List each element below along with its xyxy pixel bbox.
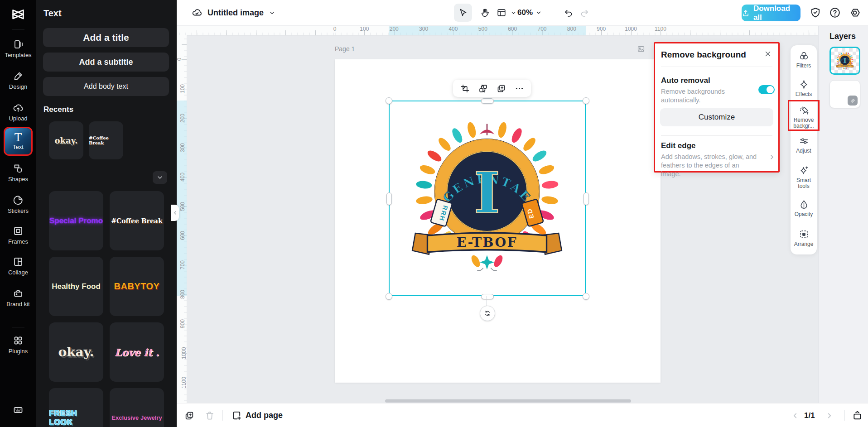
add-subtitle-button[interactable]: Add a subtitle bbox=[43, 53, 169, 72]
page-indicator: 1/1 bbox=[804, 411, 815, 420]
text-style-card[interactable]: okay. bbox=[49, 121, 83, 159]
ruler-number: 0 bbox=[333, 26, 337, 32]
keyboard-shortcuts-icon[interactable] bbox=[0, 404, 36, 415]
close-icon[interactable] bbox=[763, 49, 773, 59]
text-style-card[interactable]: FRESH LOOK bbox=[49, 388, 103, 427]
replace-button[interactable] bbox=[478, 84, 488, 93]
delete-page-button[interactable] bbox=[204, 410, 215, 421]
selection-handle-left[interactable] bbox=[386, 192, 392, 205]
tool-adjust[interactable]: Adjust bbox=[791, 136, 817, 154]
previous-page-button[interactable] bbox=[789, 410, 800, 421]
duplicate-page-button[interactable] bbox=[183, 410, 195, 421]
zoom-level-dropdown[interactable]: 60% bbox=[517, 4, 542, 22]
selection-handle-bottom-left[interactable] bbox=[386, 293, 392, 300]
text-style-card[interactable]: Special Promo bbox=[49, 191, 103, 250]
add-title-button[interactable]: Add a title bbox=[43, 28, 169, 47]
arrange-icon bbox=[799, 229, 809, 240]
bottom-bar-divider bbox=[222, 410, 223, 421]
collapse-recents-button[interactable] bbox=[153, 171, 167, 184]
ruler-number: 700 bbox=[538, 26, 547, 32]
ruler-number: 1100 bbox=[181, 377, 187, 389]
frames-icon bbox=[13, 225, 24, 236]
capcut-logo[interactable] bbox=[0, 6, 36, 22]
select-tool-button[interactable] bbox=[454, 4, 472, 22]
doc-title-chevron-icon[interactable] bbox=[269, 10, 275, 16]
text-style-card[interactable]: Healthy Food bbox=[49, 257, 103, 316]
sidebar-item-stickers[interactable]: Stickers bbox=[0, 195, 36, 214]
edit-edge-chevron-icon[interactable] bbox=[768, 154, 776, 161]
auto-removal-toggle[interactable] bbox=[758, 85, 775, 94]
document-title[interactable]: Untitled image bbox=[207, 8, 264, 18]
tool-effects[interactable]: Effects bbox=[791, 79, 817, 97]
tool-filters[interactable]: Filters bbox=[791, 51, 817, 69]
duplicate-button[interactable] bbox=[497, 84, 506, 93]
auto-removal-description: Remove backgrounds automatically. bbox=[661, 87, 752, 105]
privacy-shield-icon[interactable] bbox=[810, 7, 821, 19]
smart-tools-icon bbox=[799, 165, 809, 176]
add-page-label[interactable]: Add page bbox=[246, 411, 283, 420]
ruler-number: 700 bbox=[179, 260, 186, 269]
panel-collapse-handle[interactable] bbox=[171, 205, 179, 221]
sidebar-item-shapes[interactable]: Shapes bbox=[0, 163, 36, 182]
selection-handle-right[interactable] bbox=[583, 192, 589, 205]
sidebar-item-design[interactable]: Design bbox=[0, 71, 36, 90]
sidebar-item-text-active[interactable]: T Text bbox=[5, 128, 31, 154]
selection-handle-top[interactable] bbox=[481, 98, 494, 104]
layout-chevron-icon[interactable] bbox=[511, 10, 516, 16]
more-options-button[interactable] bbox=[515, 84, 524, 93]
present-mode-button[interactable] bbox=[852, 410, 863, 421]
rotate-handle-connector bbox=[487, 296, 487, 306]
ruler-number: 1000 bbox=[181, 347, 187, 360]
undo-button[interactable] bbox=[559, 4, 578, 22]
ruler-number: 1000 bbox=[625, 26, 637, 32]
text-style-grid: Special Promo #Coffee Break Healthy Food… bbox=[49, 191, 164, 427]
page-image-icon[interactable] bbox=[637, 45, 645, 53]
layout-tool-button[interactable] bbox=[494, 4, 509, 22]
layer-thumbnail-background[interactable] bbox=[829, 80, 860, 108]
layer-thumbnail-logo-selected[interactable] bbox=[829, 47, 860, 75]
rotate-handle[interactable] bbox=[480, 306, 495, 321]
ruler-number: 500 bbox=[179, 202, 186, 211]
tool-smart-tools[interactable]: Smart tools bbox=[791, 165, 817, 189]
recents-heading: Recents bbox=[43, 105, 73, 114]
edit-edge-heading: Edit edge bbox=[661, 141, 696, 150]
crop-button[interactable] bbox=[460, 84, 470, 93]
text-style-card[interactable]: #Coffee Break bbox=[89, 121, 123, 159]
selection-handle-top-right[interactable] bbox=[583, 97, 589, 104]
text-style-card[interactable]: Love it . bbox=[110, 322, 164, 382]
tool-remove-background[interactable]: Remove backgr... bbox=[791, 105, 817, 129]
sidebar-item-templates[interactable]: Templates bbox=[0, 39, 36, 58]
sidebar-item-frames[interactable]: Frames bbox=[0, 225, 36, 245]
selection-handle-bottom[interactable] bbox=[481, 294, 494, 299]
settings-gear-icon[interactable] bbox=[849, 7, 861, 19]
sidebar-item-upload[interactable]: Upload bbox=[0, 102, 36, 122]
background-layer-badge-icon bbox=[848, 96, 858, 106]
tool-arrange[interactable]: Arrange bbox=[791, 229, 817, 247]
download-all-button[interactable]: Download all bbox=[742, 5, 800, 21]
collage-icon bbox=[13, 256, 24, 267]
capcut-image-editor: { "left_rail": { "items": [ {"label": "T… bbox=[0, 0, 868, 427]
next-page-button[interactable] bbox=[824, 410, 835, 421]
tool-opacity[interactable]: Opacity bbox=[791, 199, 817, 217]
selection-bounding-box bbox=[389, 101, 586, 296]
text-style-card[interactable]: okay. bbox=[49, 322, 103, 382]
selection-handle-top-left[interactable] bbox=[386, 97, 392, 104]
hand-tool-button[interactable] bbox=[476, 4, 494, 22]
add-page-icon[interactable] bbox=[231, 410, 242, 421]
redo-icon bbox=[579, 8, 589, 18]
customize-button[interactable]: Customize bbox=[660, 108, 773, 126]
sidebar-item-brand-kit[interactable]: Brand kit bbox=[0, 288, 36, 307]
selection-handle-bottom-right[interactable] bbox=[583, 293, 589, 300]
right-tools-rail: Filters Effects Remove backgr... Adjust bbox=[791, 45, 817, 254]
recent-cards: okay. #Coffee Break bbox=[49, 121, 123, 159]
redo-button[interactable] bbox=[575, 4, 593, 22]
sidebar-item-collage[interactable]: Collage bbox=[0, 256, 36, 276]
help-icon[interactable] bbox=[829, 7, 841, 19]
add-body-text-button[interactable]: Add body text bbox=[43, 77, 169, 96]
text-style-card[interactable]: #Coffee Break bbox=[110, 191, 164, 250]
sidebar-item-plugins[interactable]: Plugins bbox=[0, 335, 36, 355]
horizontal-scrollbar[interactable] bbox=[385, 399, 631, 403]
hand-icon bbox=[480, 8, 490, 18]
text-style-card[interactable]: BABYTOY bbox=[110, 257, 164, 316]
text-style-card[interactable]: Exclusive Jewelry bbox=[110, 388, 164, 427]
